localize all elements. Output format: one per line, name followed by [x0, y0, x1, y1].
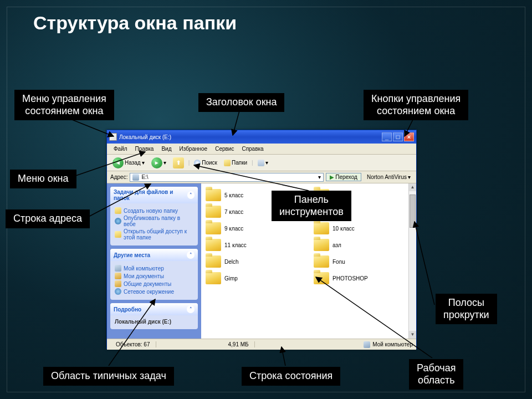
place-mycomputer[interactable]: Мой компьютер [115, 264, 193, 272]
panel-details: Подробно ˄ Локальный диск (E:) [110, 303, 198, 329]
task-publish[interactable]: Опубликовать папку в вебе [115, 214, 193, 228]
label-toolbar: Панель инструментов [272, 191, 351, 221]
label-window-menu: Меню окна [10, 170, 76, 188]
menu-help[interactable]: Справка [238, 145, 267, 153]
folder-window: Локальный диск (E:) _ □ × Файл Правка Ви… [106, 130, 417, 349]
folder-icon [115, 207, 121, 214]
computer-icon [364, 341, 370, 348]
menu-tools[interactable]: Сервис [212, 145, 237, 153]
status-objects: Объектов: 67 [110, 341, 156, 347]
panel-places: Другие места ˄ Мой компьютер Мои докумен… [110, 249, 198, 300]
computer-icon [115, 265, 121, 272]
list-item[interactable]: PHOTOSHOP [311, 271, 414, 285]
place-network[interactable]: Сетевое окружение [115, 288, 193, 295]
label-tasks-area: Область типичных задач [43, 367, 174, 386]
label-scrollbars: Полосы прокрутки [436, 294, 497, 324]
forward-button[interactable]: ► ▾ [149, 156, 168, 170]
window-title: Локальный диск (E:) [119, 134, 171, 140]
network-icon [115, 288, 121, 295]
list-item[interactable]: Fonu [311, 254, 414, 269]
task-share[interactable]: Открыть общий доступ к этой папке [115, 228, 193, 241]
address-bar: Адрес: E:\ ▾ ▶ Переход Norton AntiVirus … [107, 171, 416, 183]
folder-icon [206, 206, 221, 218]
label-work-area: Рабочая область [409, 359, 463, 390]
documents-icon [115, 280, 121, 287]
folder-icon [206, 222, 221, 234]
folder-icon [206, 255, 221, 268]
dropdown-icon: ▾ [163, 160, 166, 166]
list-item[interactable]: 10 класс [311, 221, 414, 236]
place-shareddocs[interactable]: Общие документы [115, 280, 193, 288]
address-field[interactable]: E:\ ▾ [130, 173, 324, 182]
maximize-button[interactable]: □ [393, 132, 403, 141]
label-status-bar: Строка состояния [242, 367, 340, 386]
folder-icon [314, 239, 329, 251]
panel-header[interactable]: Другие места ˄ [110, 249, 198, 261]
search-icon [194, 160, 201, 166]
menu-edit[interactable]: Правка [132, 145, 157, 153]
back-button[interactable]: ◄ Назад ▾ [110, 156, 147, 170]
share-icon [115, 231, 121, 238]
dropdown-icon: ▾ [142, 160, 145, 166]
menu-bar: Файл Правка Вид Избранное Сервис Справка [107, 144, 416, 155]
minimize-button[interactable]: _ [382, 132, 392, 141]
collapse-icon[interactable]: ˄ [187, 251, 195, 259]
list-item[interactable]: азл [311, 238, 414, 252]
folder-icon [224, 160, 231, 166]
menu-file[interactable]: Файл [110, 145, 131, 153]
menu-view[interactable]: Вид [158, 145, 175, 153]
documents-icon [115, 273, 121, 279]
scroll-thumb[interactable] [410, 195, 416, 228]
place-mydocs[interactable]: Мои документы [115, 272, 193, 280]
close-button[interactable]: × [404, 132, 414, 141]
folder-icon [206, 239, 221, 251]
sidebar: Задачи для файлов и папок ˄ Создать нову… [107, 183, 201, 339]
label-control-menu: Меню управления состоянием окна [14, 90, 114, 120]
menu-favorites[interactable]: Избранное [176, 145, 211, 153]
panel-header[interactable]: Задачи для файлов и папок ˄ [110, 187, 198, 203]
collapse-icon[interactable]: ˄ [187, 305, 195, 313]
globe-icon [115, 218, 121, 224]
label-control-buttons: Кнопки управления состоянием окна [364, 90, 468, 120]
collapse-icon[interactable]: ˄ [187, 191, 195, 199]
go-button[interactable]: ▶ Переход [326, 173, 361, 181]
dropdown-icon[interactable]: ▾ [318, 174, 321, 180]
folder-icon [314, 272, 329, 284]
list-item[interactable]: 11 класс [203, 238, 306, 252]
views-button[interactable]: ▾ [255, 158, 270, 167]
dropdown-icon: ▾ [265, 160, 268, 166]
address-label: Адрес: [110, 174, 127, 180]
label-address-bar: Строка адреса [6, 209, 90, 228]
search-button[interactable]: Поиск [192, 158, 219, 167]
folder-icon [206, 272, 221, 284]
views-icon [258, 160, 264, 166]
list-item[interactable]: 9 класс [203, 221, 306, 236]
task-new-folder[interactable]: Создать новую папку [115, 207, 193, 214]
folder-icon [314, 255, 329, 268]
scrollbar-vertical[interactable]: ▲ ▼ [408, 183, 416, 339]
titlebar[interactable]: Локальный диск (E:) _ □ × [107, 130, 416, 144]
panel-tasks: Задачи для файлов и папок ˄ Создать нову… [110, 187, 198, 245]
slide-title: Структура окна папки [33, 12, 237, 34]
status-location: Мой компьютер [372, 341, 413, 347]
window-icon[interactable] [109, 133, 117, 141]
forward-icon: ► [151, 157, 162, 168]
back-icon: ◄ [112, 157, 124, 168]
up-icon: ⬆ [173, 157, 184, 168]
scroll-down-icon[interactable]: ▼ [409, 331, 416, 339]
folders-button[interactable]: Папки [222, 158, 249, 167]
up-button[interactable]: ⬆ [171, 156, 186, 170]
toolbar: ◄ Назад ▾ ► ▾ ⬆ | Поиск Папки | ▾ [107, 155, 416, 171]
list-item[interactable]: Delch [203, 254, 306, 269]
go-icon: ▶ [330, 174, 334, 180]
status-size: 4,91 МБ [223, 341, 255, 347]
drive-icon [132, 174, 139, 181]
panel-header[interactable]: Подробно ˄ [110, 303, 198, 315]
norton-button[interactable]: Norton AntiVirus ▾ [364, 173, 413, 181]
folder-icon [314, 222, 329, 234]
list-item[interactable]: Gimp [203, 271, 306, 285]
details-text: Локальный диск (E:) [115, 319, 171, 325]
label-title-bar: Заголовок окна [198, 93, 284, 112]
status-bar: Объектов: 67 4,91 МБ Мой компьютер [107, 339, 416, 350]
scroll-up-icon[interactable]: ▲ [409, 183, 416, 191]
